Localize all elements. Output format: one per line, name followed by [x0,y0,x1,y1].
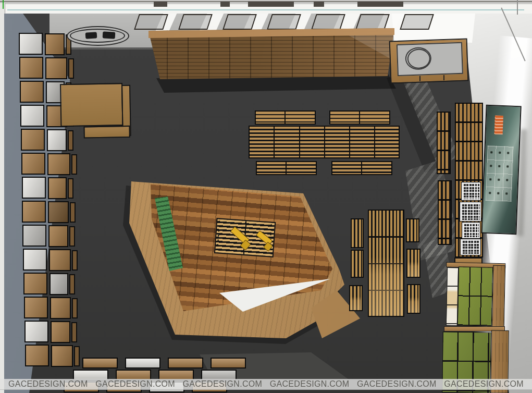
display-box [125,358,160,369]
watermark-text: GACEDESIGN.COM [444,380,524,388]
slat-bench-bottom-left [256,161,317,175]
vslat-bench-right-2 [406,249,420,278]
outer-left-strip [0,3,5,393]
cubby-box [22,177,46,199]
slat-table-large [249,126,400,158]
locker-tan-column [446,267,459,326]
vslat-bench-left-3 [349,285,363,311]
vslat-table-center [368,210,404,317]
slat-bench-top-left [255,110,316,125]
top-wall-white-band [3,4,532,14]
wall-poster [481,105,521,235]
cubby-box [51,321,70,343]
desk-main [60,83,123,127]
cubby-box [22,225,46,247]
cubby-box-side [69,226,75,247]
light-overlay [407,262,419,277]
cubby-box-side [70,202,76,223]
display-box [211,358,246,369]
top-right-seam-line [517,0,518,15]
green-axis-line [3,0,4,9]
cubby-box [51,345,73,367]
cubby-box-side [74,346,80,366]
wood-desk [59,82,133,144]
wire-basket-4 [461,239,480,255]
right-shelf-narrow-1 [437,112,451,174]
ac-cabinet-top [397,42,463,76]
cubby-box-side [72,298,78,318]
light-overlay [350,297,362,310]
locker-wood-side-upper [492,265,506,328]
vslat-bench-left-2 [351,250,364,278]
wire-basket-1 [462,182,480,200]
cubby-box [23,273,47,294]
cubby-box [48,201,69,223]
vslat-bench-left-1 [351,218,364,248]
cubby-box [48,177,67,199]
watermark-text: GACEDESIGN.COM [95,380,175,388]
cubby-box [25,345,49,366]
cubby-box [48,225,68,247]
cubby-box [50,273,68,295]
cubby-box [22,201,46,223]
oval-fixture-item-2 [103,31,116,39]
interior-render-canvas: GACEDESIGN.COM GACEDESIGN.COM GACEDESIGN… [0,0,532,393]
right-shelf-narrow-2 [438,180,452,245]
watermark-text: GACEDESIGN.COM [357,380,437,388]
display-box [82,358,118,369]
desk-lower-step [83,126,130,139]
cubby-box-side [68,58,74,79]
cubby-box [49,249,71,271]
poster-item-grid [486,145,514,202]
teal-accent-line [7,9,524,10]
cubby-box [20,105,44,127]
light-overlay [408,297,419,313]
watermark-text: GACEDESIGN.COM [8,380,88,388]
cubby-box [47,153,70,175]
cubby-box [24,297,48,318]
cubby-box [21,153,45,175]
cubby-box [45,57,67,79]
cubby-box-side [71,322,77,342]
wire-basket-2 [460,202,481,221]
cubby-box [50,297,71,319]
cubby-box [24,321,48,342]
display-box [168,358,203,369]
slat-bench-top-right [329,110,390,125]
ceiling-oval-inner-ring [70,29,125,43]
poster-orange-square [494,115,503,134]
cubby-box-side [71,154,77,175]
oval-fixture-item-1 [85,32,97,39]
green-locker-upper [445,262,506,328]
tool-tray-wrap [214,218,276,259]
cubby-box-side [68,178,73,199]
cubby-box-side [69,274,75,294]
cubby-box [21,129,45,151]
ac-cabinet [389,38,469,83]
slat-bench-bottom-right [331,161,392,175]
watermark-text: GACEDESIGN.COM [270,380,350,388]
watermark-band: GACEDESIGN.COM GACEDESIGN.COM GACEDESIGN… [0,379,532,390]
locker-doors-upper [457,266,493,326]
cubby-box [19,33,43,55]
cubby-box-side [72,250,78,271]
cubby-box [23,249,47,271]
light-overlay [369,257,403,316]
vslat-bench-right-1 [406,218,419,242]
vslat-bench-right-3 [407,284,420,314]
wire-basket-3 [462,223,480,238]
cubby-box [19,57,43,79]
outer-top-line [0,1,532,2]
watermark-text: GACEDESIGN.COM [183,380,263,388]
cubby-box [20,81,44,103]
